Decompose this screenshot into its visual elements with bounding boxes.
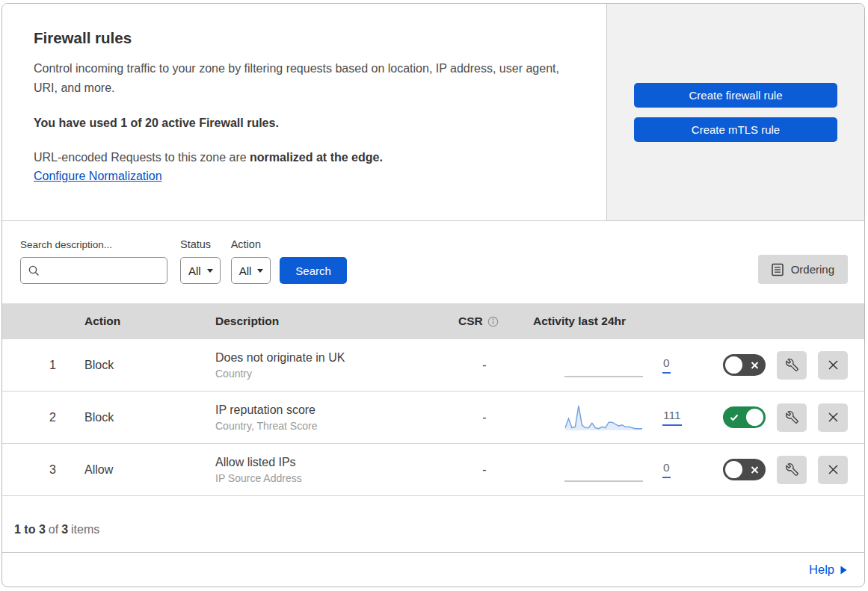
rule-activity-cell: 0 [533,349,716,382]
table-row: 2 Block IP reputation score Country, Thr… [2,392,864,444]
normalization-text: URL-encoded Requests to this zone are [34,151,250,164]
table-header: Action Description CSR Activity last 24h… [2,303,864,339]
search-input[interactable] [45,264,159,278]
close-icon [828,412,839,423]
rule-priority: 3 [2,463,84,477]
rule-activity-cell: 111 [533,401,716,434]
edit-rule-button[interactable] [777,456,807,484]
search-field: Search description... [20,239,167,284]
rule-enabled-toggle[interactable] [723,406,766,428]
edit-rule-button[interactable] [777,351,807,380]
top-section: Firewall rules Control incoming traffic … [2,4,864,221]
status-select-value: All [188,264,201,277]
page-title: Firewall rules [34,29,575,47]
rule-action: Allow [84,463,215,477]
delete-rule-button[interactable] [818,456,848,484]
header-csr-label: CSR [458,315,483,328]
toggle-knob [725,356,742,374]
action-select[interactable]: All [231,257,271,284]
header-description-column: Description [215,315,458,328]
help-link[interactable]: Help [809,563,847,577]
action-field: Action All [231,238,271,284]
rule-fields: IP Source Address [215,472,458,484]
page-description: Control incoming traffic to your zone by… [34,59,575,98]
ordering-button-label: Ordering [791,263,834,276]
wrench-icon [786,359,798,371]
rule-enabled-toggle[interactable] [723,354,766,376]
delete-rule-button[interactable] [818,403,848,432]
rule-activity-cell: 0 [533,454,716,486]
table-row: 1 Block Does not originate in UK Country… [2,339,864,392]
configure-normalization-link[interactable]: Configure Normalization [34,170,162,182]
rule-fields: Country [215,368,458,380]
normalization-bold-text: normalized at the edge. [250,151,383,164]
header-action-column: Action [84,315,215,328]
rule-description-cell: Allow listed IPs IP Source Address [215,456,458,484]
pagination-of: of [49,523,58,536]
filter-bar: Search description... Status All Action … [2,221,864,303]
rule-enabled-toggle[interactable] [723,459,766,480]
chevron-down-icon [207,269,213,273]
right-triangle-icon [840,566,847,575]
status-select[interactable]: All [180,257,221,284]
rule-priority: 1 [2,359,84,372]
pagination-items: items [71,523,99,536]
activity-count-link[interactable]: 111 [662,409,682,426]
actions-panel: Create firewall rule Create mTLS rule [607,4,864,220]
rule-controls [716,456,864,484]
rule-description: Does not originate in UK [215,351,458,365]
wrench-icon [786,411,798,424]
rule-fields: Country, Threat Score [215,420,458,432]
toggle-knob [725,461,742,478]
toggle-x-icon [751,465,759,474]
rule-controls [716,403,864,432]
activity-count-link[interactable]: 0 [662,461,671,478]
pagination-total: 3 [61,523,68,536]
create-firewall-rule-button[interactable]: Create firewall rule [634,83,837,108]
status-field: Status All [180,238,221,284]
help-bar: Help [2,553,864,587]
intro-panel: Firewall rules Control incoming traffic … [2,4,607,220]
usage-note: You have used 1 of 20 active Firewall ru… [34,117,575,130]
firewall-rules-card: Firewall rules Control incoming traffic … [1,3,865,587]
help-link-label: Help [809,563,834,577]
rule-priority: 2 [2,411,84,424]
search-label: Search description... [20,239,167,250]
close-icon [828,359,839,371]
create-mtls-rule-button[interactable]: Create mTLS rule [634,117,837,142]
toggle-check-icon [730,414,739,421]
rule-action: Block [84,359,215,372]
wrench-icon [786,463,798,476]
rule-csr: - [458,411,533,424]
table-row: 3 Allow Allow listed IPs IP Source Addre… [2,444,864,496]
search-icon [28,265,40,276]
chevron-down-icon [257,269,263,273]
action-label: Action [231,238,271,250]
activity-count-link[interactable]: 0 [662,356,671,374]
pagination-range: 1 to 3 [14,523,46,536]
rule-controls [716,351,864,380]
search-button[interactable]: Search [280,257,347,284]
status-label: Status [180,238,221,250]
activity-sparkline [564,454,643,486]
edit-rule-button[interactable] [777,403,807,432]
activity-sparkline [564,349,643,382]
rule-csr: - [458,463,533,477]
toggle-x-icon [751,361,759,369]
info-icon[interactable] [487,316,499,327]
close-icon [828,464,839,475]
normalization-note: URL-encoded Requests to this zone are no… [34,151,575,164]
rule-action: Block [84,411,215,424]
ordering-icon [772,263,784,276]
ordering-button[interactable]: Ordering [758,255,848,284]
toggle-knob [746,409,763,426]
rule-csr: - [458,359,533,372]
pagination: 1 to 3 of 3 items [2,496,864,553]
header-csr-column: CSR [458,315,533,328]
action-select-value: All [239,264,252,277]
search-input-box[interactable] [20,257,167,284]
header-activity-column: Activity last 24hr [533,315,716,328]
rule-description: Allow listed IPs [215,456,458,469]
rule-description-cell: Does not originate in UK Country [215,351,458,380]
delete-rule-button[interactable] [818,351,848,380]
